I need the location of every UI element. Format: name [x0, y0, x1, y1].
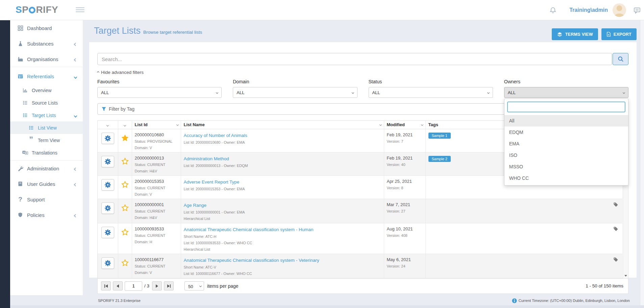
quote-icon: ” [28, 138, 34, 143]
user-menu[interactable]: Training\admin [569, 7, 608, 13]
notifications-bell-icon[interactable] [549, 7, 556, 14]
sidebar-item-user-guides[interactable]: User Guides [10, 176, 83, 192]
list-name-link[interactable]: Age Range [184, 203, 207, 208]
owners-option-ema[interactable]: EMA [504, 138, 628, 149]
row-settings-gear-button[interactable] [101, 133, 114, 144]
list-name-link[interactable]: Accuracy of Number of Animals [184, 133, 247, 138]
sidebar-toggle-hamburger-icon[interactable] [76, 7, 84, 13]
search-button[interactable] [613, 53, 628, 65]
chevron-down-icon [623, 91, 625, 93]
sidebar-item-dashboard[interactable]: Dashboard [10, 20, 83, 36]
favourite-star-icon-filled[interactable] [121, 134, 129, 142]
header-right: Training\admin [549, 0, 641, 20]
owners-select[interactable]: ALL [504, 87, 628, 98]
column-menu-icon[interactable] [124, 124, 126, 127]
owners-option-edqm[interactable]: EDQM [504, 127, 628, 138]
favourite-column-header[interactable] [118, 121, 132, 129]
sidebar-item-policies[interactable]: Policies [10, 207, 83, 223]
sidebar-item-label: Target Lists [32, 113, 56, 118]
favourite-star-icon-outline[interactable] [121, 228, 129, 236]
list-name-link[interactable]: Administration Method [184, 156, 229, 161]
column-menu-icon[interactable] [421, 123, 423, 126]
sidebar-item-referentials[interactable]: Referentials [10, 68, 83, 84]
modified-date: Feb 19, 2021 [387, 156, 423, 161]
first-page-button[interactable] [101, 281, 111, 290]
row-settings-gear-button[interactable] [101, 202, 114, 214]
hide-advanced-filters-link[interactable]: Hide advanced filters [97, 70, 628, 75]
chevron-down-icon [216, 91, 218, 93]
table-row: 100000116677Status: CURRENTDomain: V Ana… [98, 254, 622, 278]
status-select[interactable]: ALL [369, 87, 493, 98]
favourite-star-icon-outline[interactable] [121, 158, 129, 165]
items-range-label: 1 - 50 of 150 items [586, 283, 625, 288]
bar-chart-icon [22, 88, 28, 93]
list-id-column-header[interactable]: List Id [132, 121, 181, 129]
favourites-select[interactable]: ALL [97, 87, 222, 98]
page-total-label: / 3 [144, 283, 149, 288]
page-size-select[interactable]: 50 [184, 281, 204, 290]
favourite-star-icon-outline[interactable] [121, 259, 129, 267]
column-menu-icon[interactable] [176, 123, 178, 126]
timezone-info: Current Timezone: (UTC+00:00) Dublin, Ed… [512, 298, 630, 303]
row-settings-gear-button[interactable] [101, 156, 114, 167]
column-menu-icon[interactable] [106, 124, 109, 127]
list-name-column-header[interactable]: List Name [181, 121, 384, 129]
modified-date: Apr 25, 2021 [387, 179, 423, 184]
owners-option-msso[interactable]: MSSO [504, 161, 628, 172]
row-version: Version: 8 [387, 186, 423, 190]
page-number-input[interactable] [125, 281, 142, 291]
sidebar-item-term-view[interactable]: ” Term View [10, 134, 83, 146]
scrollbar-down-arrow[interactable] [624, 275, 627, 277]
row-status: Status: CURRENT [135, 264, 178, 269]
tag-icon [613, 226, 618, 231]
search-input[interactable] [97, 53, 612, 65]
list-id: 200000010680 [135, 132, 178, 137]
sidebar-item-substances[interactable]: Substances [10, 36, 83, 51]
layers-icon [557, 32, 563, 37]
sporify-logo: SPRIFY [16, 4, 58, 15]
list-name-link[interactable]: Anatomical Therapeutic Chemical classifi… [184, 227, 314, 232]
sidebar-item-support[interactable]: ? Support [10, 192, 83, 207]
settings-column-header[interactable] [98, 121, 118, 129]
page-scrollbar[interactable] [640, 20, 644, 305]
sidebar-item-label: Overview [32, 88, 51, 93]
next-page-button[interactable] [152, 281, 162, 290]
favourite-star-icon-outline[interactable] [121, 204, 129, 212]
owners-option-all[interactable]: All [504, 115, 628, 127]
modified-column-header[interactable]: Modified [384, 121, 425, 129]
favourites-filter-label: Favourites [97, 79, 222, 84]
list-name-link[interactable]: Adverse Event Report Type [184, 179, 240, 185]
owners-filter-label: Owners [504, 79, 628, 84]
terms-view-button[interactable]: TERMS VIEW [552, 28, 598, 40]
sidebar-item-administration[interactable]: Administration [10, 161, 83, 176]
sidebar-item-overview[interactable]: Overview [10, 84, 83, 96]
sidebar-item-target-lists[interactable]: Target Lists [10, 109, 83, 121]
row-version: Version: 40 [387, 163, 423, 167]
owners-option-iso[interactable]: ISO [504, 149, 628, 161]
row-settings-gear-button[interactable] [101, 227, 114, 238]
sidebar-item-organisations[interactable]: Organisations [10, 51, 83, 67]
sidebar-item-label: List View [38, 125, 57, 131]
domain-select-value: ALL [237, 90, 244, 95]
chevron-down-icon [74, 74, 77, 79]
chat-bubble-icon[interactable] [634, 7, 641, 14]
search-icon [618, 56, 624, 62]
export-button[interactable]: EXPORT [601, 28, 637, 40]
domain-select[interactable]: ALL [233, 87, 357, 98]
owners-dropdown-search-input[interactable] [507, 102, 625, 112]
favourite-star-icon-outline[interactable] [121, 181, 129, 188]
chevron-down-icon [199, 285, 202, 287]
column-menu-icon[interactable] [379, 123, 381, 126]
chevron-left-icon [74, 41, 77, 47]
sidebar-item-translations[interactable]: Translations [10, 146, 83, 159]
avatar[interactable] [613, 3, 626, 17]
previous-page-button[interactable] [113, 281, 123, 290]
content-panel: Hide advanced filters Favourites ALL Dom… [89, 42, 637, 278]
sidebar-item-source-lists[interactable]: Source Lists [10, 96, 83, 109]
row-settings-gear-button[interactable] [101, 257, 114, 269]
last-page-button[interactable] [164, 281, 174, 290]
owners-option-who-cc[interactable]: WHO CC [504, 172, 628, 184]
sidebar-item-list-view[interactable]: List View [10, 121, 83, 134]
row-settings-gear-button[interactable] [101, 179, 114, 191]
list-name-link[interactable]: Anatomical Therapeutic Chemical classifi… [184, 258, 319, 263]
